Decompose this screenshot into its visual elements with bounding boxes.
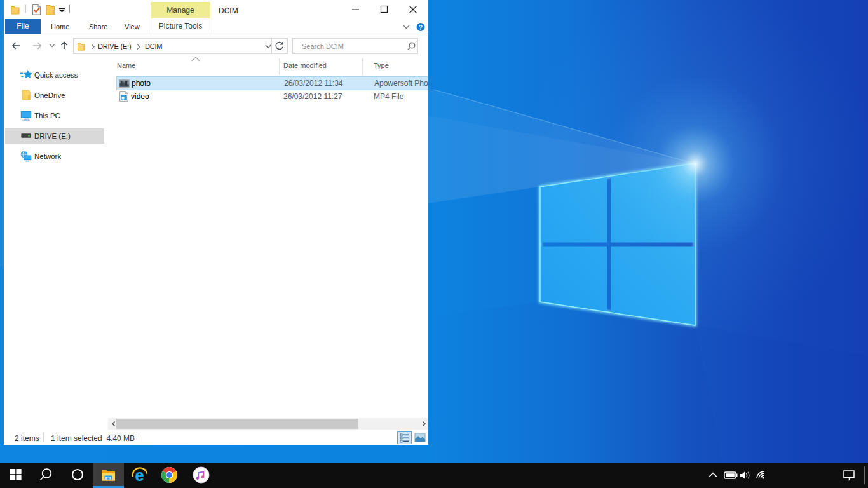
- svg-text:?: ?: [419, 24, 423, 31]
